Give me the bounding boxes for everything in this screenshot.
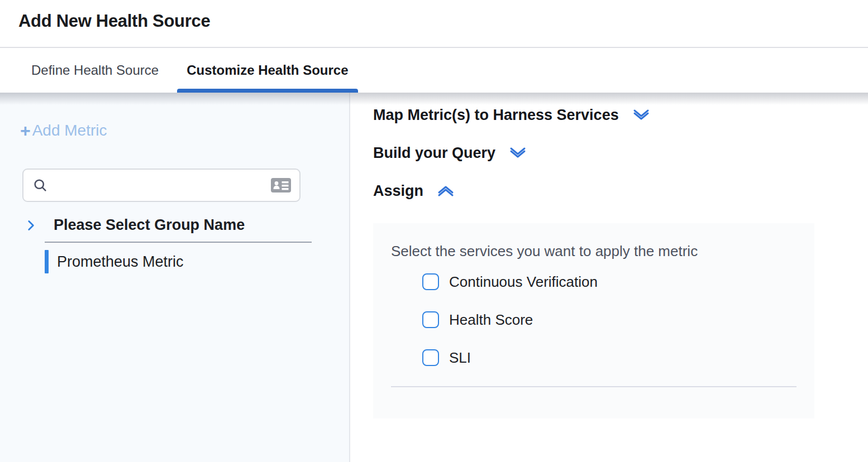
- tab-bar: Define Health Source Customize Health So…: [0, 48, 868, 93]
- tab-define-health-source[interactable]: Define Health Source: [22, 48, 168, 93]
- checkbox-row-sli[interactable]: SLI: [422, 348, 797, 367]
- tab-label: Customize Health Source: [187, 62, 348, 78]
- page-title: Add New Health Source: [18, 11, 868, 31]
- section-label: Assign: [373, 182, 423, 200]
- checkbox-label: Continuous Verification: [449, 273, 598, 291]
- metrics-sidebar: + Add Metric: [0, 93, 350, 462]
- tab-customize-health-source[interactable]: Customize Health Source: [177, 48, 357, 93]
- tab-label: Define Health Source: [31, 62, 159, 78]
- section-label: Map Metric(s) to Harness Services: [373, 107, 619, 124]
- address-card-icon[interactable]: [270, 177, 292, 194]
- assign-panel-divider: [391, 386, 797, 387]
- checkbox-row-continuous-verification[interactable]: Continuous Verification: [422, 272, 797, 291]
- metric-search-input[interactable]: [54, 177, 265, 193]
- chevron-down-icon: [632, 109, 650, 121]
- dialog-header: Add New Health Source: [0, 0, 868, 48]
- metric-list-item-prometheus-metric[interactable]: Prometheus Metric: [45, 250, 184, 273]
- search-icon: [32, 177, 48, 193]
- section-build-your-query[interactable]: Build your Query: [373, 145, 868, 161]
- checkbox-sli[interactable]: [422, 349, 439, 366]
- checkbox-row-health-score[interactable]: Health Score: [422, 310, 797, 329]
- chevron-down-icon: [509, 147, 527, 159]
- assign-panel-heading: Select the services you want to apply th…: [391, 243, 797, 259]
- section-map-metrics-to-harness-services[interactable]: Map Metric(s) to Harness Services: [373, 107, 868, 123]
- checkbox-label: SLI: [449, 349, 471, 367]
- checkbox-health-score[interactable]: [422, 311, 439, 328]
- metric-name-label: Prometheus Metric: [57, 253, 184, 271]
- section-label: Build your Query: [373, 145, 495, 162]
- add-metric-button[interactable]: + Add Metric: [20, 122, 107, 139]
- add-metric-label: Add Metric: [32, 122, 107, 139]
- content-area: + Add Metric: [0, 93, 868, 462]
- chevron-up-icon: [437, 185, 455, 197]
- group-name-label: Please Select Group Name: [54, 216, 245, 234]
- checkbox-continuous-verification[interactable]: [422, 273, 439, 290]
- assign-panel: Select the services you want to apply th…: [373, 223, 814, 418]
- group-row-please-select-group-name[interactable]: Please Select Group Name: [0, 216, 245, 234]
- checkbox-label: Health Score: [449, 311, 533, 329]
- metric-search: [22, 169, 301, 202]
- section-assign[interactable]: Assign: [373, 183, 868, 199]
- chevron-right-icon[interactable]: [23, 218, 38, 233]
- group-divider: [45, 242, 312, 243]
- selected-indicator-bar: [45, 250, 49, 273]
- customize-health-source-panel: Map Metric(s) to Harness Services Build …: [350, 93, 868, 462]
- plus-icon: +: [20, 122, 31, 139]
